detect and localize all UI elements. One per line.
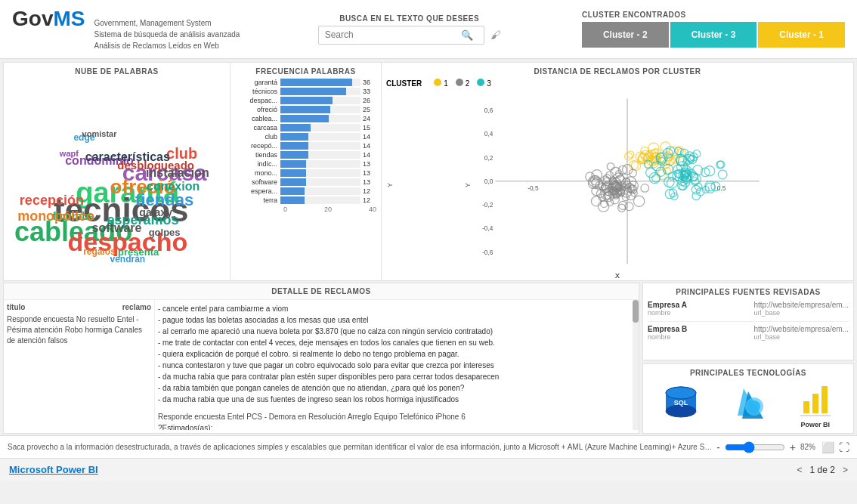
freq-bar (280, 160, 306, 168)
freq-row: tiendas14 (235, 151, 376, 159)
svg-text:0,5: 0,5 (717, 184, 726, 192)
cluster-section: CLUSTER ENCONTRADOS Cluster - 2Cluster -… (582, 11, 845, 48)
footer-powerbi-logo[interactable]: Microsoft Power BI (9, 464, 98, 475)
freq-label: club (235, 133, 280, 141)
powerbi-label: Power BI (800, 421, 830, 428)
svg-text:Y: Y (464, 182, 472, 187)
sources-panel: PRINCIPALES FUENTES REVISADAS Empresa An… (642, 283, 854, 360)
freq-bar-wrap (280, 151, 360, 159)
right-panel: PRINCIPALES FUENTES REVISADAS Empresa An… (642, 283, 854, 434)
tech-powerbi: Power BI (797, 382, 834, 428)
fullscreen-icon[interactable]: ⛶ (839, 441, 849, 453)
freq-label: técnicos (235, 88, 280, 95)
source-url: http://website/empresa/em... (753, 325, 849, 333)
svg-text:0,0: 0,0 (484, 178, 493, 185)
svg-rect-211 (803, 401, 809, 413)
source-url: http://website/empresa/em... (753, 301, 849, 309)
freq-label: indíc... (235, 160, 280, 168)
freq-bar-wrap (280, 169, 360, 177)
frequency-title: FRECUENCIA PALABRAS (235, 67, 376, 76)
freq-bar (280, 79, 352, 86)
freq-axis-max: 40 (369, 206, 376, 213)
detail-entry-1-titulo: Responde encuesta No resuelto Entel - Pé… (7, 314, 151, 346)
freq-label: cablea... (235, 115, 280, 122)
svg-point-129 (619, 201, 627, 209)
search-input[interactable] (325, 29, 461, 40)
freq-row: terra12 (235, 196, 376, 204)
svg-point-210 (748, 400, 760, 413)
cluster-btn-cluster-1[interactable]: Cluster - 1 (758, 22, 845, 48)
expand-icon[interactable]: ⬜ (821, 441, 834, 453)
page-prev-btn[interactable]: < (797, 465, 803, 475)
cluster-btn-cluster-3[interactable]: Cluster - 3 (670, 22, 757, 48)
detail-entry-2-titulo: Responde encuesta Entel PCS - Demora en … (158, 411, 630, 422)
freq-row: mono...13 (235, 169, 376, 177)
freq-bar-wrap (280, 97, 360, 104)
zoom-value: 82% (800, 443, 815, 451)
source-name-sublabel: nombre (648, 333, 687, 341)
search-input-wrap[interactable]: 🔍 (318, 26, 484, 45)
search-section: BUSCA EN EL TEXTO QUE DESEES 🔍 🖌 (252, 14, 567, 45)
svg-point-39 (648, 143, 659, 153)
svg-point-41 (624, 153, 632, 160)
svg-point-206 (666, 405, 696, 417)
svg-point-72 (598, 201, 608, 212)
zoom-plus-btn[interactable]: + (790, 441, 796, 453)
search-row: 🔍 🖌 (318, 26, 501, 45)
svg-text:-0,4: -0,4 (482, 224, 493, 232)
freq-axis-min: 0 (283, 206, 287, 213)
sources-title: PRINCIPALES FUENTES REVISADAS (648, 288, 849, 296)
word-monoplico: monopólico (17, 209, 94, 224)
detail-scrollbar[interactable] (633, 300, 639, 430)
freq-bar (280, 151, 308, 159)
logo-gov: Gov (12, 7, 53, 31)
source-name-sublabel: nombre (648, 309, 687, 317)
zoom-controls: - + 82% (716, 441, 815, 453)
freq-row: técnicos33 (235, 88, 376, 95)
source-name: Empresa A (648, 301, 687, 309)
page-next-btn[interactable]: > (843, 465, 848, 475)
wordcloud-title: NUBE DE PALABRAS (8, 67, 225, 76)
detail-left[interactable]: título reclamo Responde encuesta No resu… (4, 300, 155, 430)
zoom-minus-btn[interactable]: - (716, 441, 720, 453)
freq-value: 12 (363, 187, 376, 195)
freq-bar-wrap (280, 187, 360, 195)
svg-point-57 (607, 163, 614, 171)
cluster-btn-cluster-2[interactable]: Cluster - 2 (582, 22, 669, 48)
wordcloud-area: garantátecnicoscableadodespachocarcasaof… (8, 79, 225, 275)
freq-bar-wrap (280, 106, 360, 113)
word-desbloqueado: desbloqueado (117, 159, 194, 172)
wordcloud-panel: NUBE DE PALABRAS garantátecnicoscableado… (4, 63, 230, 280)
detail-scroll-thumb[interactable] (633, 300, 639, 323)
source-name: Empresa B (648, 325, 687, 333)
freq-value: 14 (363, 142, 376, 150)
footer-nav: < 1 de 2 > (797, 465, 848, 475)
svg-text:-0,6: -0,6 (482, 249, 493, 256)
detail-entry-1-reclamo: - cancele entel para cambiarme a viom - … (158, 303, 630, 405)
bottom-panels: DETALLE DE RECLAMOS título reclamo Respo… (3, 283, 854, 434)
freq-row: software13 (235, 178, 376, 186)
svg-text:0,4: 0,4 (484, 130, 493, 138)
source-separator (648, 321, 849, 322)
brush-icon[interactable]: 🖌 (490, 29, 501, 41)
word-recepcin: recepción (20, 193, 84, 209)
legend-item-2: 2 (456, 79, 470, 88)
freq-value: 36 (363, 79, 376, 86)
freq-value: 13 (363, 169, 376, 177)
source-url-sublabel: url_base (753, 333, 849, 341)
zoom-slider[interactable] (725, 441, 785, 453)
svg-point-133 (718, 170, 727, 179)
logo-area: GovMS Government, Management System Sist… (12, 7, 240, 51)
freq-row: club14 (235, 133, 376, 141)
freq-bar (280, 169, 306, 177)
freq-row: garantá36 (235, 79, 376, 86)
freq-bar-wrap (280, 142, 360, 150)
freq-bar-wrap (280, 178, 360, 186)
window-controls: ⬜ ⛶ (821, 441, 849, 453)
freq-label: ofreció (235, 106, 280, 113)
scatter-legend: CLUSTER 123 (386, 79, 849, 88)
detail-right[interactable]: - cancele entel para cambiarme a viom - … (155, 300, 633, 430)
freq-axis-mid: 20 (324, 206, 332, 213)
freq-label: espera... (235, 187, 280, 195)
svg-rect-212 (812, 394, 818, 413)
